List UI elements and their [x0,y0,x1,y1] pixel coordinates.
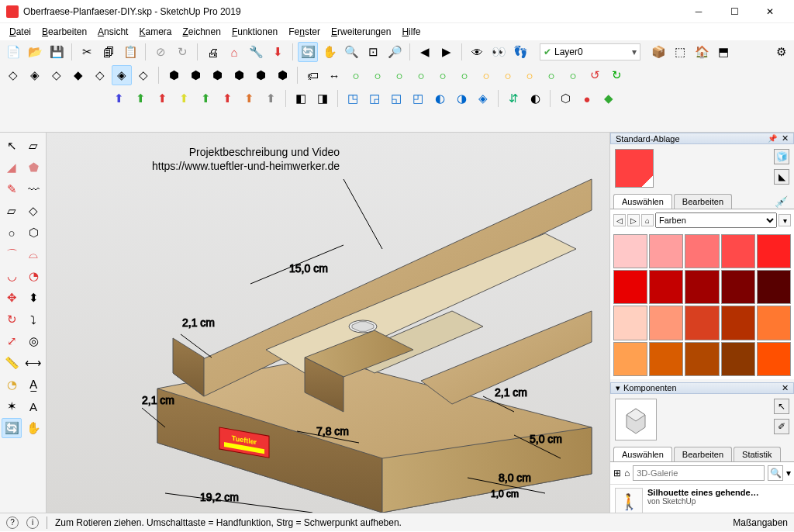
print-icon[interactable]: 🖨 [202,42,223,62]
component-icon[interactable]: 📦 [648,42,668,62]
help-icon[interactable]: ? [6,516,19,529]
ablage-header[interactable]: Standard-Ablage 📌 ✕ [610,133,794,144]
section-10-icon[interactable]: ○ [541,65,561,85]
menu-fenster[interactable]: Fenster [284,25,325,39]
komponenten-thumb[interactable] [615,399,657,440]
monochrome-icon[interactable]: ◇ [90,65,110,85]
polygon-tool-icon[interactable]: ⬡ [23,223,43,243]
material-swatch[interactable] [613,234,647,268]
material-swatch[interactable] [649,270,683,304]
offset-tool-icon[interactable]: ◎ [23,331,43,351]
section-6-icon[interactable]: ○ [454,65,475,85]
komp-edit-icon[interactable]: ✐ [774,419,789,434]
material-swatch[interactable] [721,306,755,340]
walk-icon[interactable]: 👣 [510,42,530,62]
nav-menu-icon[interactable]: ▾ [778,214,791,226]
open-file-icon[interactable]: 📂 [25,42,45,62]
warehouse-icon[interactable]: ⬇ [268,42,288,62]
copy-icon[interactable]: 🗐 [98,42,119,62]
plugin-2-icon[interactable]: ● [577,88,597,109]
komp-view-icon[interactable]: ⊞ [613,468,621,478]
cut-icon[interactable]: ✂ [77,42,97,62]
menu-erweiterungen[interactable]: Erweiterungen [326,25,395,39]
nav-back-icon[interactable]: ◁ [613,214,626,226]
rectangle-tool-icon[interactable]: ▱ [2,201,22,221]
material-swatch[interactable] [649,306,683,340]
outliner-icon[interactable]: 🏠 [692,42,712,62]
close-panel-icon[interactable]: ✕ [782,133,789,143]
section-2-icon[interactable]: ○ [368,65,388,85]
new-file-icon[interactable]: 📄 [3,42,23,62]
tag-icon[interactable]: 🏷 [302,65,323,85]
komp-search-input[interactable] [633,465,765,481]
material-swatch[interactable] [685,306,719,340]
previous-view-icon[interactable]: ◀ [415,42,435,62]
material-swatch[interactable] [721,234,755,268]
solid-trim-icon[interactable]: ⬢ [250,65,271,85]
next-view-icon[interactable]: ▶ [437,42,457,62]
hidden-line-icon[interactable]: ◇ [47,65,67,85]
komp-home-icon[interactable]: ⌂ [624,468,630,478]
material-category-select[interactable]: Farben [655,212,777,228]
look-around-icon[interactable]: 👀 [488,42,509,62]
orbit-tool-icon[interactable]: 🔄 [298,42,318,62]
tape-tool-icon[interactable]: 📏 [2,353,22,373]
solid-union-icon[interactable]: ⬢ [207,65,227,85]
arc-tool-icon[interactable]: ⌒ [2,244,22,264]
view-left-icon[interactable]: ◐ [430,88,450,109]
rotated-rect-tool-icon[interactable]: ◇ [23,201,43,221]
material-swatch[interactable] [721,342,755,376]
menu-zeichnen[interactable]: Zeichnen [178,25,226,39]
flip-icon[interactable]: ⇵ [503,88,523,109]
axis-r-icon[interactable]: ⬆ [174,88,194,109]
select-tool-icon[interactable]: ↖ [2,136,22,156]
geo-icon[interactable]: 🔧 [246,42,266,62]
text-tool-icon[interactable]: A̲ [23,375,43,395]
menu-bearbeiten[interactable]: Bearbeiten [37,25,91,39]
menu-hilfe[interactable]: Hilfe [397,25,425,39]
section-8-icon[interactable]: ○ [498,65,518,85]
view-top-icon[interactable]: ◳ [343,88,363,109]
followme-tool-icon[interactable]: ⤵ [23,309,43,330]
axis-x-icon[interactable]: ⬆ [239,88,259,109]
solid-split-icon[interactable]: ⬢ [272,65,292,85]
arc2-tool-icon[interactable]: ⌓ [23,244,43,264]
axis-t-icon[interactable]: ⬆ [261,88,281,109]
info-icon[interactable]: i [26,516,39,529]
default-material-icon[interactable]: ◣ [774,169,789,185]
komp-tab-statistik[interactable]: Statistik [734,447,781,461]
arc3-tool-icon[interactable]: ◡ [2,266,22,286]
material-swatch[interactable] [757,234,791,268]
zoom-window-icon[interactable]: ⊡ [363,42,383,62]
mirror-icon[interactable]: ◐ [525,88,545,109]
solid-intersect-icon[interactable]: ⬢ [185,65,205,85]
view-2-icon[interactable]: ◨ [312,88,333,109]
pan-tool-icon[interactable]: ✋ [319,42,340,62]
plugin-3-icon[interactable]: ◆ [599,88,619,109]
shaded-textures-icon[interactable]: ◈ [112,65,132,85]
circle-tool-icon[interactable]: ○ [2,223,22,243]
material-swatch[interactable] [757,306,791,340]
view-iso-icon[interactable]: ◈ [473,88,493,109]
dimension-icon[interactable]: ↔ [324,65,344,85]
axis-f-icon[interactable]: ⬆ [130,88,150,109]
component-edit-icon[interactable]: ⬒ [713,42,734,62]
menu-funktionen[interactable]: Funktionen [227,25,282,39]
xray-icon[interactable]: ◇ [133,65,154,85]
axis-b-icon[interactable]: ⬆ [109,88,129,109]
zoom-extents-icon[interactable]: 🔎 [385,42,405,62]
material-swatch[interactable] [613,306,647,340]
section-5-icon[interactable]: ○ [433,65,453,85]
3dtext-tool-icon[interactable]: A [23,396,43,416]
minimize-button[interactable]: ─ [681,0,716,23]
plugin-1-icon[interactable]: ⬡ [555,88,575,109]
komp-menu-icon[interactable]: ▾ [786,468,791,478]
position-camera-icon[interactable]: 👁 [467,42,487,62]
paint-tool-icon[interactable]: ⬟ [23,157,43,178]
section-9-icon[interactable]: ○ [520,65,540,85]
pie-tool-icon[interactable]: ◔ [23,266,43,286]
eraser-tool-icon[interactable]: ◢ [2,157,22,178]
rotate-tool-icon[interactable]: ↻ [2,309,22,330]
material-swatch[interactable] [649,234,683,268]
pan-left-tool-icon[interactable]: ✋ [23,418,43,438]
